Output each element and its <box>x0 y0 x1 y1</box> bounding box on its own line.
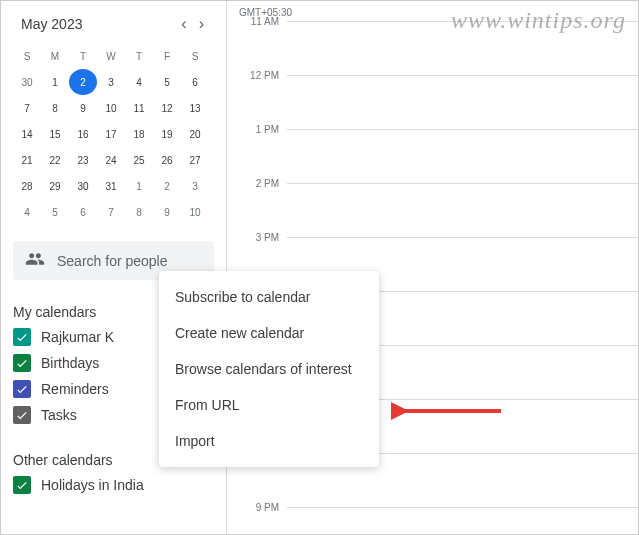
time-label: 2 PM <box>227 178 287 232</box>
calendar-day[interactable]: 5 <box>41 199 69 225</box>
calendar-day[interactable]: 16 <box>69 121 97 147</box>
menu-item[interactable]: From URL <box>159 387 379 423</box>
calendar-day[interactable]: 30 <box>13 69 41 95</box>
calendar-day[interactable]: 3 <box>181 173 209 199</box>
next-month-button[interactable]: › <box>197 13 206 35</box>
calendar-day[interactable]: 6 <box>69 199 97 225</box>
people-icon <box>25 249 45 272</box>
search-placeholder: Search for people <box>57 253 168 269</box>
calendar-day[interactable]: 9 <box>153 199 181 225</box>
time-row[interactable]: 9 PM <box>227 507 638 535</box>
day-header: S <box>13 43 41 69</box>
time-line <box>287 75 638 129</box>
calendar-day[interactable]: 19 <box>153 121 181 147</box>
calendar-checkbox[interactable] <box>13 476 31 494</box>
calendar-checkbox[interactable] <box>13 406 31 424</box>
menu-item[interactable]: Browse calendars of interest <box>159 351 379 387</box>
mini-calendar-header: May 2023 ‹ › <box>13 9 214 39</box>
calendar-day[interactable]: 13 <box>181 95 209 121</box>
calendar-day[interactable]: 28 <box>13 173 41 199</box>
other-calendars-list: Holidays in India <box>13 472 214 498</box>
calendar-day[interactable]: 23 <box>69 147 97 173</box>
calendar-label: Reminders <box>41 381 109 397</box>
time-label: 12 PM <box>227 70 287 124</box>
calendar-day[interactable]: 5 <box>153 69 181 95</box>
day-header: M <box>41 43 69 69</box>
calendar-day[interactable]: 11 <box>125 95 153 121</box>
calendar-day[interactable]: 6 <box>181 69 209 95</box>
calendar-day[interactable]: 4 <box>125 69 153 95</box>
time-label: 9 PM <box>227 502 287 535</box>
add-calendar-menu: Subscribe to calendarCreate new calendar… <box>159 271 379 467</box>
time-line <box>287 129 638 183</box>
mini-calendar: SMTWTFS301234567891011121314151617181920… <box>13 43 214 225</box>
watermark: www.wintips.org <box>451 7 626 34</box>
month-nav: ‹ › <box>179 13 206 35</box>
calendar-day[interactable]: 22 <box>41 147 69 173</box>
calendar-day[interactable]: 24 <box>97 147 125 173</box>
calendar-day[interactable]: 9 <box>69 95 97 121</box>
day-header: T <box>125 43 153 69</box>
day-header: T <box>69 43 97 69</box>
day-header: F <box>153 43 181 69</box>
time-label: 1 PM <box>227 124 287 178</box>
calendar-checkbox[interactable] <box>13 380 31 398</box>
time-line <box>287 183 638 237</box>
calendar-label: Tasks <box>41 407 77 423</box>
calendar-checkbox[interactable] <box>13 354 31 372</box>
calendar-day[interactable]: 31 <box>97 173 125 199</box>
month-title: May 2023 <box>21 16 82 32</box>
calendar-day[interactable]: 2 <box>69 69 97 95</box>
menu-item[interactable]: Import <box>159 423 379 459</box>
calendar-day[interactable]: 8 <box>41 95 69 121</box>
calendar-day[interactable]: 20 <box>181 121 209 147</box>
calendar-day[interactable]: 10 <box>181 199 209 225</box>
calendar-day[interactable]: 26 <box>153 147 181 173</box>
calendar-day[interactable]: 15 <box>41 121 69 147</box>
calendar-day[interactable]: 3 <box>97 69 125 95</box>
day-header: W <box>97 43 125 69</box>
annotation-arrow <box>391 399 511 427</box>
time-label: 11 AM <box>227 16 287 70</box>
calendar-day[interactable]: 7 <box>97 199 125 225</box>
calendar-label: Rajkumar K <box>41 329 114 345</box>
menu-item[interactable]: Create new calendar <box>159 315 379 351</box>
calendar-day[interactable]: 30 <box>69 173 97 199</box>
time-row[interactable]: 12 PM <box>227 75 638 129</box>
prev-month-button[interactable]: ‹ <box>179 13 188 35</box>
calendar-list-item: Holidays in India <box>13 472 214 498</box>
calendar-day[interactable]: 29 <box>41 173 69 199</box>
calendar-day[interactable]: 21 <box>13 147 41 173</box>
calendar-day[interactable]: 7 <box>13 95 41 121</box>
calendar-day[interactable]: 18 <box>125 121 153 147</box>
time-row[interactable]: 1 PM <box>227 129 638 183</box>
calendar-day[interactable]: 8 <box>125 199 153 225</box>
calendar-day[interactable]: 2 <box>153 173 181 199</box>
day-header: S <box>181 43 209 69</box>
calendar-day[interactable]: 25 <box>125 147 153 173</box>
calendar-day[interactable]: 14 <box>13 121 41 147</box>
calendar-label: Holidays in India <box>41 477 144 493</box>
calendar-label: Birthdays <box>41 355 99 371</box>
calendar-day[interactable]: 1 <box>41 69 69 95</box>
calendar-day[interactable]: 17 <box>97 121 125 147</box>
time-line <box>287 507 638 535</box>
calendar-day[interactable]: 4 <box>13 199 41 225</box>
calendar-day[interactable]: 10 <box>97 95 125 121</box>
time-row[interactable]: 2 PM <box>227 183 638 237</box>
menu-item[interactable]: Subscribe to calendar <box>159 279 379 315</box>
calendar-day[interactable]: 27 <box>181 147 209 173</box>
calendar-checkbox[interactable] <box>13 328 31 346</box>
calendar-day[interactable]: 12 <box>153 95 181 121</box>
calendar-day[interactable]: 1 <box>125 173 153 199</box>
